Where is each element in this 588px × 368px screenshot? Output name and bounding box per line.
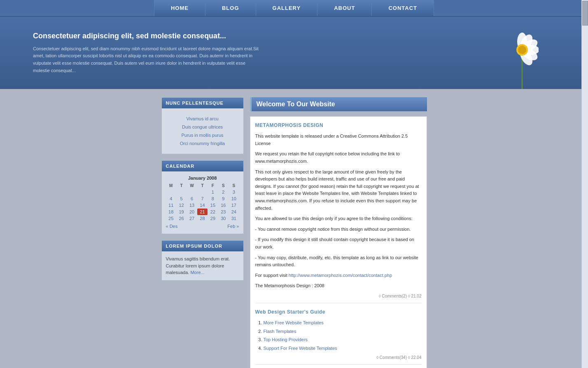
- flower-image: [506, 27, 539, 89]
- cal-cell[interactable]: 7: [197, 195, 208, 202]
- svg-point-8: [518, 46, 526, 54]
- cal-cell[interactable]: 15: [208, 202, 218, 209]
- scrollbar-thumb[interactable]: [582, 1, 588, 26]
- list-link-2[interactable]: Flash Templates: [264, 329, 296, 334]
- list-item-3: Top Hosting Providers: [264, 336, 422, 344]
- cal-day-header: F: [208, 183, 218, 189]
- section1-para5: - You cannot remove copyright notice fro…: [255, 226, 422, 233]
- cal-cell[interactable]: 25: [166, 215, 176, 222]
- cal-cell: [187, 189, 197, 195]
- section2-meta: ◊ Comments(34) ◊ 22.04: [255, 354, 422, 365]
- calendar-table: M T W T F S S: [166, 183, 239, 222]
- section1-para3: This not only gives respect to the large…: [255, 169, 422, 212]
- cal-day-header: W: [187, 183, 197, 189]
- section1-para9: The Metamorphosis Design : 2008: [255, 282, 422, 290]
- cal-cell[interactable]: 22: [208, 209, 218, 215]
- cal-cell[interactable]: 5: [176, 195, 187, 202]
- cal-cell[interactable]: 3: [229, 189, 239, 195]
- section1-title: METAMORPHOSIS DESIGN: [255, 122, 422, 129]
- section1-para2: We request you retain the full copyright…: [255, 150, 422, 165]
- calendar-month: January 2008: [166, 176, 239, 180]
- cal-day-header: S: [229, 183, 239, 189]
- list-item-1: More Free Website Templates: [264, 319, 422, 327]
- sidebar-link-4[interactable]: Orci nonummy fringilla: [166, 139, 239, 148]
- cal-cell[interactable]: 28: [197, 215, 208, 222]
- sidebar-link-3[interactable]: Purus in mollis purus: [166, 131, 239, 139]
- calendar-next[interactable]: Feb »: [227, 224, 239, 229]
- list-link-3[interactable]: Top Hosting Providers: [264, 337, 308, 342]
- cal-cell[interactable]: 8: [208, 195, 218, 202]
- scrollbar-track[interactable]: [581, 0, 588, 368]
- sidebar-link-2[interactable]: Duis congue ultrices: [166, 123, 239, 131]
- calendar-body: January 2008 M T W T F S S: [162, 171, 243, 234]
- sidebar-more-link[interactable]: More...: [190, 270, 204, 275]
- sidebar-calendar: CALENDAR January 2008 M T W T F S: [161, 160, 244, 234]
- navigation: HOME BLOG GALLERY ABOUT CONTACT: [0, 0, 588, 17]
- section1-para4: You are allowed to use this design only …: [255, 215, 422, 223]
- cal-cell[interactable]: 27: [187, 215, 197, 222]
- section1-para7: - You may copy, distribute, modify, etc.…: [255, 254, 422, 269]
- cal-cell[interactable]: 6: [187, 195, 197, 202]
- content-header: Welcome To Our Website: [250, 97, 427, 111]
- cal-cell[interactable]: 30: [218, 215, 229, 222]
- cal-cell[interactable]: 12: [176, 202, 187, 209]
- list-item-4: Support For Free Website Templates: [264, 345, 422, 352]
- cal-cell-today[interactable]: 21: [197, 209, 208, 215]
- nav-home[interactable]: HOME: [154, 0, 205, 16]
- section1-para6: - If you modify this design it still sho…: [255, 236, 422, 251]
- section1-para1: This website template is released under …: [255, 133, 422, 147]
- sidebar-header-lorem: LOREM IPSUM DOLOR: [162, 241, 243, 251]
- cal-cell[interactable]: 31: [229, 215, 239, 222]
- cal-day-header: T: [176, 183, 187, 189]
- sidebar-link-1[interactable]: Vivamus id arcu: [166, 115, 239, 123]
- cal-cell: [197, 189, 208, 195]
- cal-cell[interactable]: 13: [187, 202, 197, 209]
- cal-cell[interactable]: 9: [218, 195, 229, 202]
- cal-cell[interactable]: 29: [208, 215, 218, 222]
- cal-cell[interactable]: 24: [229, 209, 239, 215]
- cal-cell[interactable]: 19: [176, 209, 187, 215]
- calendar-header: CALENDAR: [162, 161, 243, 171]
- hero-body: Consectetuer adipiscing elit, sed diam n…: [33, 45, 259, 74]
- sidebar-links-list: Vivamus id arcu Duis congue ultrices Pur…: [162, 108, 243, 154]
- calendar-navigation: « Des Feb »: [166, 222, 239, 230]
- hero-title: Consectetuer adipiscing elit, sed molest…: [33, 32, 259, 40]
- section1-meta: ◊ Comments(2) ◊ 21.02: [255, 293, 422, 303]
- list-link-4[interactable]: Support For Free Website Templates: [264, 346, 337, 351]
- cal-cell[interactable]: 26: [176, 215, 187, 222]
- hero-banner: Consectetuer adipiscing elit, sed molest…: [0, 17, 588, 89]
- cal-cell[interactable]: 1: [208, 189, 218, 195]
- sidebar-section-lorem: LOREM IPSUM DOLOR Vivamus sagittis biben…: [161, 240, 244, 281]
- cal-day-header: S: [218, 183, 229, 189]
- section1-para8: For support visit http://www.metamorphoz…: [255, 272, 422, 279]
- cal-cell[interactable]: 17: [229, 202, 239, 209]
- list-link-1[interactable]: More Free Website Templates: [264, 320, 324, 325]
- nav-blog[interactable]: BLOG: [205, 0, 256, 16]
- calendar-prev[interactable]: « Des: [166, 224, 178, 229]
- list-item-2: Flash Templates: [264, 328, 422, 335]
- nav-gallery[interactable]: GALLERY: [256, 0, 318, 16]
- cal-cell[interactable]: 23: [218, 209, 229, 215]
- main-layout: NUNC PELLENTESQUE Vivamus id arcu Duis c…: [0, 89, 588, 368]
- cal-cell[interactable]: 18: [166, 209, 176, 215]
- hero-content: Consectetuer adipiscing elit, sed molest…: [33, 32, 259, 74]
- cal-cell[interactable]: 11: [166, 202, 176, 209]
- support-link[interactable]: http://www.metamorphozis.com/contact/con…: [289, 273, 392, 278]
- cal-cell[interactable]: 2: [218, 189, 229, 195]
- cal-cell: [166, 189, 176, 195]
- nav-about[interactable]: ABOUT: [317, 0, 372, 16]
- section2-title: Web Design Starter's Guide: [255, 308, 422, 316]
- cal-cell[interactable]: 20: [187, 209, 197, 215]
- cal-cell[interactable]: 4: [166, 195, 176, 202]
- cal-cell[interactable]: 14: [197, 202, 208, 209]
- content-body: METAMORPHOSIS DESIGN This website templa…: [250, 116, 427, 368]
- cal-cell[interactable]: 10: [229, 195, 239, 202]
- cal-day-header: T: [197, 183, 208, 189]
- cal-cell[interactable]: 16: [218, 202, 229, 209]
- web-design-list: More Free Website Templates Flash Templa…: [264, 319, 422, 352]
- sidebar-section-links: NUNC PELLENTESQUE Vivamus id arcu Duis c…: [161, 97, 244, 154]
- sidebar-header-links: NUNC PELLENTESQUE: [162, 98, 243, 108]
- nav-contact[interactable]: CONTACT: [372, 0, 434, 16]
- cal-day-header: M: [166, 183, 176, 189]
- sidebar: NUNC PELLENTESQUE Vivamus id arcu Duis c…: [161, 97, 244, 287]
